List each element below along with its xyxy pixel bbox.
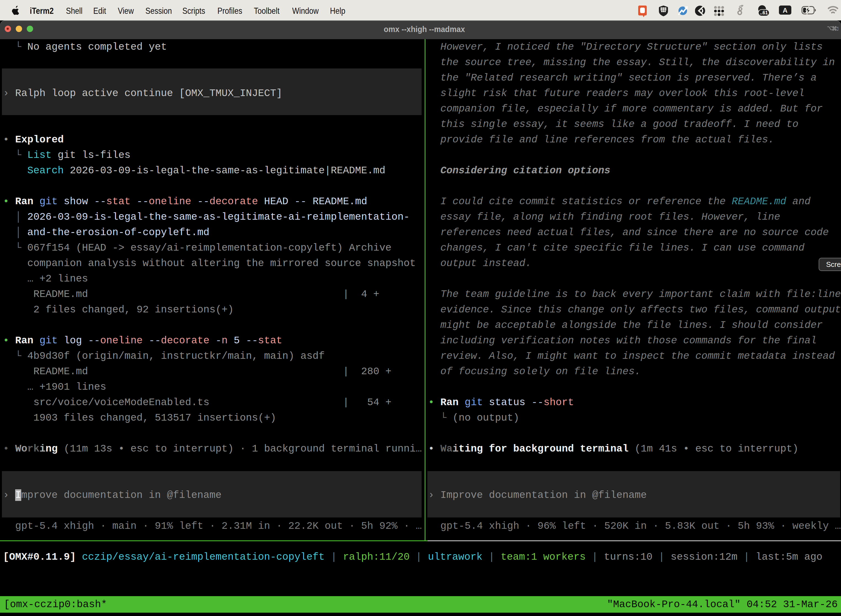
svg-text:A: A [783,7,787,14]
svg-text:..61: ..61 [760,10,768,15]
svg-text:1: 1 [837,25,838,32]
